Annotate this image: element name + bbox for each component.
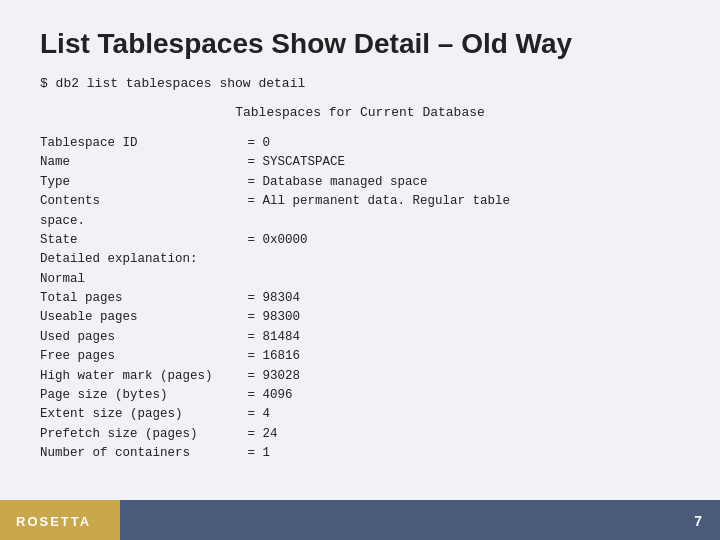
code-line: Free pages = 16816 (40, 347, 680, 366)
code-line: Normal (40, 270, 680, 289)
code-line: Extent size (pages) = 4 (40, 405, 680, 424)
page-title: List Tablespaces Show Detail – Old Way (0, 0, 720, 76)
center-heading: Tablespaces for Current Database (40, 105, 680, 120)
command-line: $ db2 list tablespaces show detail (40, 76, 680, 91)
code-line: Prefetch size (pages) = 24 (40, 425, 680, 444)
code-line: Page size (bytes) = 4096 (40, 386, 680, 405)
footer: ROSETTA 7 (0, 502, 720, 540)
code-line: Number of containers = 1 (40, 444, 680, 463)
code-line: Useable pages = 98300 (40, 308, 680, 327)
code-line: Used pages = 81484 (40, 328, 680, 347)
footer-page-area: 7 (120, 502, 720, 540)
code-line: space. (40, 212, 680, 231)
footer-brand-area: ROSETTA (0, 502, 120, 540)
content-area: $ db2 list tablespaces show detail Table… (0, 76, 720, 463)
code-line: Tablespace ID = 0 (40, 134, 680, 153)
code-line: Contents = All permanent data. Regular t… (40, 192, 680, 211)
brand-label: ROSETTA (16, 514, 91, 529)
code-line: High water mark (pages) = 93028 (40, 367, 680, 386)
code-line: Total pages = 98304 (40, 289, 680, 308)
code-line: Type = Database managed space (40, 173, 680, 192)
code-line: Name = SYSCATSPACE (40, 153, 680, 172)
code-line: Detailed explanation: (40, 250, 680, 269)
slide: List Tablespaces Show Detail – Old Way $… (0, 0, 720, 540)
code-block: Tablespace ID = 0 Name = SYSCATSPACE Typ… (40, 134, 680, 463)
code-line: State = 0x0000 (40, 231, 680, 250)
page-number: 7 (694, 513, 702, 529)
